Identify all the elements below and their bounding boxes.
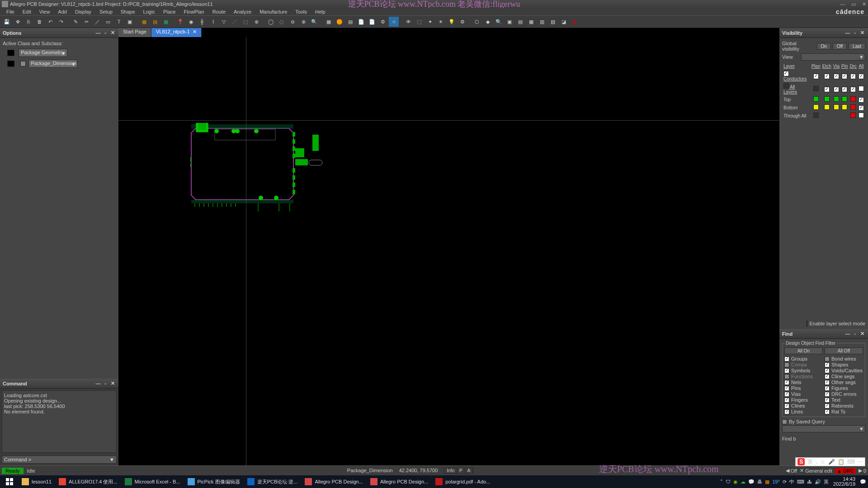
layer-cell-toggle[interactable] xyxy=(834,104,839,110)
taskbar-app-button[interactable]: PicPick 图像编辑器 xyxy=(184,476,244,487)
tab-close-icon[interactable]: ✕ xyxy=(193,29,197,34)
layer-cell-toggle[interactable] xyxy=(824,104,830,110)
zoom-circle-icon[interactable]: ◯ xyxy=(266,17,276,27)
menu-analyze[interactable]: Analyze xyxy=(230,9,255,14)
command-restore-button[interactable]: ▫ xyxy=(102,381,108,386)
ime-punct[interactable]: , xyxy=(816,459,817,465)
menu-logic[interactable]: Logic xyxy=(140,9,159,14)
find-filter-checkbox[interactable] xyxy=(784,409,789,414)
visibility-close-button[interactable]: ✕ xyxy=(859,30,865,36)
layer-cell-toggle[interactable] xyxy=(850,74,856,79)
taskbar-app-button[interactable]: Allegro PCB Design... xyxy=(301,476,366,487)
hatch-icon[interactable]: ⋰ xyxy=(230,17,240,27)
layer-cell-toggle[interactable] xyxy=(834,74,839,79)
tab-design[interactable]: VL812_ntpcb-1✕ xyxy=(151,28,202,37)
drc-badge[interactable]: ▲ DRC xyxy=(835,468,856,474)
tray-network-icon[interactable]: 🖧 xyxy=(807,479,812,484)
hex-icon[interactable]: ⬡ xyxy=(472,17,482,27)
find-filter-checkbox[interactable] xyxy=(825,404,830,408)
find-filter-checkbox[interactable] xyxy=(784,380,789,385)
tray-temp[interactable]: 19° xyxy=(772,479,780,484)
subclass-dropdown[interactable]: Package_Dimension▼ xyxy=(28,60,77,68)
find-filter-checkbox[interactable] xyxy=(825,398,830,403)
3d-icon[interactable]: ⬚ xyxy=(414,17,424,27)
ime-sogou-icon[interactable]: S xyxy=(797,458,805,465)
find-filter-checkbox[interactable] xyxy=(784,368,789,373)
tray-up-icon[interactable]: ˄ xyxy=(720,479,723,485)
cut-icon[interactable]: ✂ xyxy=(81,17,91,27)
options-restore-button[interactable]: ▫ xyxy=(102,30,108,36)
edit-icon[interactable]: ✎ xyxy=(71,17,80,27)
menu-file[interactable]: File xyxy=(3,9,18,14)
layer-cell-toggle[interactable] xyxy=(842,87,847,92)
find-filter-checkbox[interactable] xyxy=(784,386,789,391)
find-all-off-button[interactable]: All Off xyxy=(825,347,863,354)
enable-layer-select-checkbox[interactable] xyxy=(807,320,807,327)
ime-toolbar[interactable]: S 英 , ☺ 🎤 📋 ⌨ ⋯ xyxy=(795,457,865,466)
layer-cell-toggle[interactable] xyxy=(859,113,864,118)
tool3-icon[interactable]: ▦ xyxy=(526,17,536,27)
wheel-icon[interactable]: ⚙ xyxy=(458,17,467,27)
chip2-icon[interactable]: ▤ xyxy=(150,17,160,27)
delete-icon[interactable]: 🗑 xyxy=(34,17,44,27)
command-minimize-button[interactable]: — xyxy=(95,381,101,386)
chip-icon[interactable]: ▦ xyxy=(139,17,149,27)
find-filter-checkbox[interactable] xyxy=(825,357,830,361)
find-filter-checkbox[interactable] xyxy=(784,357,789,361)
box-icon[interactable]: ▣ xyxy=(125,17,135,27)
subclass-visible-checkbox[interactable] xyxy=(20,61,26,66)
find-all-on-button[interactable]: All On xyxy=(784,347,823,354)
taskbar-app-button[interactable]: ALLEGRO17.4 使用... xyxy=(55,476,121,487)
class-color-swatch[interactable] xyxy=(7,50,14,56)
menu-edit[interactable]: Edit xyxy=(19,9,35,14)
bulb-icon[interactable]: 💡 xyxy=(447,17,457,27)
find-filter-checkbox[interactable] xyxy=(784,404,789,408)
tray-nvidia-icon[interactable]: ◉ xyxy=(733,479,738,485)
menu-tools[interactable]: Tools xyxy=(292,9,311,14)
find-filter-checkbox[interactable] xyxy=(825,362,830,367)
tray-wechat-icon[interactable]: ☁ xyxy=(741,479,745,485)
eye-icon[interactable]: 👁 xyxy=(403,17,413,27)
menu-flowplan[interactable]: FlowPlan xyxy=(180,9,208,14)
find-minimize-button[interactable]: — xyxy=(844,331,851,337)
find-close-button[interactable]: ✕ xyxy=(859,331,865,337)
chip3-icon[interactable]: ▦ xyxy=(161,17,171,27)
ime-emoji-icon[interactable]: ☺ xyxy=(820,459,826,465)
fill-icon[interactable]: ⬚ xyxy=(241,17,250,27)
layer-cell-toggle[interactable] xyxy=(834,87,839,92)
zoom-out-icon[interactable]: ⊖ xyxy=(288,17,297,27)
status-mini-tabs[interactable]: InfoPA xyxy=(444,468,473,474)
layers-icon[interactable]: ▤ xyxy=(345,17,355,27)
search-icon[interactable]: 🔍 xyxy=(494,17,504,27)
menu-display[interactable]: Display xyxy=(71,9,95,14)
tool2-icon[interactable]: ▤ xyxy=(515,17,525,27)
status-off-toggle[interactable]: ◀ Off xyxy=(786,468,797,474)
menu-shape[interactable]: Shape xyxy=(117,9,139,14)
layer-cell-toggle[interactable] xyxy=(813,74,819,79)
menu-route[interactable]: Route xyxy=(209,9,229,14)
flag-icon[interactable]: ▮ xyxy=(570,17,580,27)
layer-row-checkbox[interactable] xyxy=(783,83,789,89)
tool6-icon[interactable]: ◪ xyxy=(559,17,569,27)
window-minimize-button[interactable]: — xyxy=(840,1,845,7)
tray-clock[interactable]: 14:432022/6/19 xyxy=(831,477,857,487)
layer-cell-toggle[interactable] xyxy=(850,113,856,118)
tray-keyboard-icon[interactable]: ⌨ xyxy=(797,479,804,485)
grid-icon[interactable]: ▦ xyxy=(324,17,334,27)
taskbar-app-button[interactable]: lesson11 xyxy=(18,476,55,487)
text-icon[interactable]: T xyxy=(114,17,124,27)
layer-cell-toggle[interactable] xyxy=(842,96,847,102)
layer-cell-toggle[interactable] xyxy=(859,105,864,111)
report-icon[interactable]: 📄 xyxy=(356,17,366,27)
taskbar-app-button[interactable]: 逆天PCB论坛·逆... xyxy=(244,476,302,487)
find-filter-checkbox[interactable] xyxy=(825,409,830,414)
tray-lang1[interactable]: 中 xyxy=(789,479,794,485)
layer-cell-toggle[interactable] xyxy=(824,87,830,92)
layer-cell-toggle[interactable] xyxy=(834,96,839,102)
gear-icon[interactable]: ⚙ xyxy=(378,17,388,27)
layer-cell-toggle[interactable] xyxy=(842,104,847,110)
save-icon[interactable]: 💾 xyxy=(2,17,12,27)
zoom-dash-icon[interactable]: ◌ xyxy=(277,17,287,27)
taskbar-app-button[interactable]: polargrid.pdf - Ado... xyxy=(432,476,494,487)
tray-auto-icon[interactable]: ⟳ xyxy=(783,479,787,485)
